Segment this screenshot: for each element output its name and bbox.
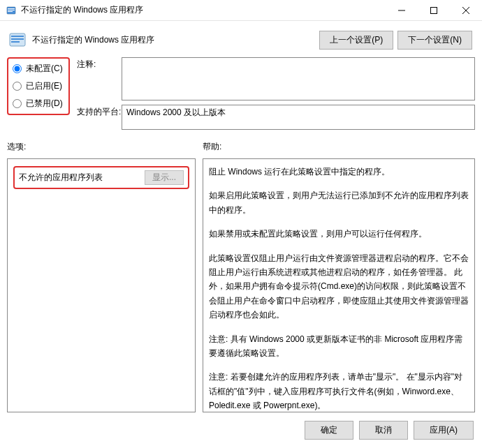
help-text: 注意: 具有 Windows 2000 或更新版本证书的非 Microsoft …: [209, 332, 469, 361]
header: 不运行指定的 Windows 应用程序 上一个设置(P) 下一个设置(N): [0, 21, 482, 57]
comment-label: 注释:: [77, 57, 122, 70]
content-row: 不允许的应用程序列表 显示... 阻止 Windows 运行在此策略设置中指定的…: [0, 158, 482, 412]
options-panel: 不允许的应用程序列表 显示...: [7, 158, 196, 412]
svg-rect-5: [431, 7, 437, 13]
show-button[interactable]: 显示...: [145, 170, 184, 185]
page-title: 不运行指定的 Windows 应用程序: [32, 34, 319, 46]
section-labels: 选项: 帮助:: [0, 134, 482, 158]
window-controls: [386, 0, 482, 20]
disallowed-apps-label: 不允许的应用程序列表: [19, 172, 139, 184]
svg-rect-9: [11, 36, 24, 37]
policy-icon: [6, 5, 17, 16]
help-text: 注意: 若要创建允许的应用程序列表，请单击"显示"。 在"显示内容"对话框的"值…: [209, 370, 469, 412]
svg-rect-1: [8, 8, 15, 9]
radio-not-configured-input[interactable]: [13, 64, 22, 73]
minimize-button[interactable]: [386, 0, 418, 20]
window-title: 不运行指定的 Windows 应用程序: [21, 4, 386, 16]
prev-setting-button[interactable]: 上一个设置(P): [319, 31, 393, 50]
help-text: 如果启用此策略设置，则用户无法运行已添加到不允许的应用程序列表中的程序。: [209, 188, 469, 217]
cancel-button[interactable]: 取消: [359, 421, 408, 440]
ok-button[interactable]: 确定: [305, 421, 353, 440]
help-text: 如果禁用或未配置此策略设置，则用户可以运行任何程序。: [209, 227, 469, 241]
radio-not-configured[interactable]: 未配置(C): [11, 63, 66, 75]
platform-value: Windows 2000 及以上版本: [122, 105, 475, 130]
platform-label: 支持的平台:: [77, 105, 122, 118]
svg-rect-2: [8, 10, 15, 10]
svg-rect-11: [11, 41, 20, 43]
footer: 确定 取消 应用(A): [0, 412, 482, 448]
maximize-button[interactable]: [418, 0, 450, 20]
next-setting-button[interactable]: 下一个设置(N): [397, 31, 472, 50]
svg-rect-3: [8, 11, 13, 12]
close-button[interactable]: [450, 0, 482, 20]
disallowed-apps-row: 不允许的应用程序列表 显示...: [13, 166, 189, 189]
help-panel[interactable]: 阻止 Windows 运行在此策略设置中指定的程序。 如果启用此策略设置，则用户…: [203, 158, 475, 412]
options-label: 选项:: [7, 141, 196, 153]
titlebar: 不运行指定的 Windows 应用程序: [0, 0, 482, 21]
radio-enabled-input[interactable]: [13, 82, 22, 91]
svg-rect-10: [11, 38, 24, 40]
help-text: 阻止 Windows 运行在此策略设置中指定的程序。: [209, 165, 469, 179]
comment-input[interactable]: [122, 57, 475, 100]
policy-large-icon: [7, 29, 28, 50]
config-row: 未配置(C) 已启用(E) 已禁用(D) 注释: 支持的平台: Windows …: [0, 57, 482, 134]
radio-disabled[interactable]: 已禁用(D): [11, 98, 66, 110]
apply-button[interactable]: 应用(A): [414, 421, 474, 440]
state-radio-group: 未配置(C) 已启用(E) 已禁用(D): [7, 57, 70, 115]
radio-disabled-input[interactable]: [13, 99, 22, 108]
help-text: 此策略设置仅阻止用户运行由文件资源管理器进程启动的程序。它不会阻止用户运行由系统…: [209, 251, 469, 322]
radio-enabled[interactable]: 已启用(E): [11, 80, 66, 92]
help-label: 帮助:: [196, 141, 475, 153]
